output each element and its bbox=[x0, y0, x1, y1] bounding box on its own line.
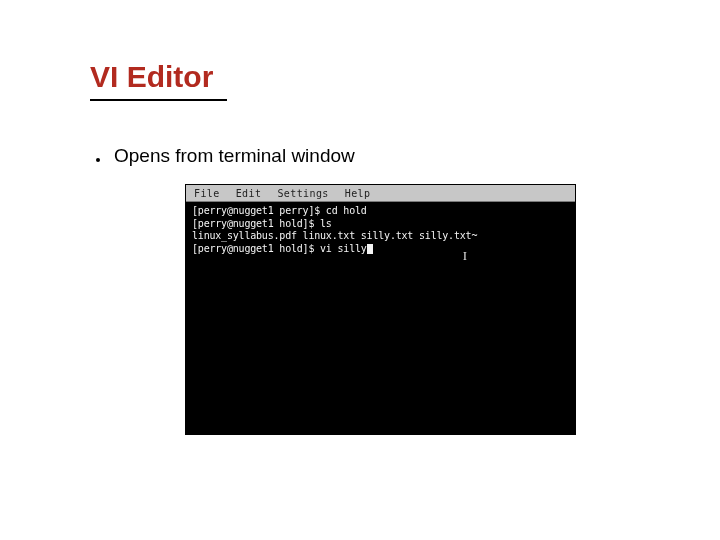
terminal-line: [perry@nugget1 perry]$ cd hold bbox=[192, 205, 569, 218]
cursor-icon bbox=[367, 244, 373, 254]
slide: VI Editor Opens from terminal window Fil… bbox=[0, 0, 720, 540]
bullet-item: Opens from terminal window bbox=[96, 145, 355, 167]
terminal-body[interactable]: [perry@nugget1 perry]$ cd hold [perry@nu… bbox=[186, 202, 575, 258]
ibeam-cursor-icon: I bbox=[463, 250, 467, 263]
terminal-line: [perry@nugget1 hold]$ vi silly bbox=[192, 243, 569, 256]
terminal-prompt-text: [perry@nugget1 hold]$ vi silly bbox=[192, 243, 367, 254]
title-underline bbox=[90, 99, 227, 101]
terminal-window: File Edit Settings Help [perry@nugget1 p… bbox=[185, 184, 576, 435]
terminal-menubar: File Edit Settings Help bbox=[186, 185, 575, 202]
menu-file[interactable]: File bbox=[194, 188, 220, 199]
slide-title: VI Editor bbox=[90, 60, 213, 94]
terminal-line: [perry@nugget1 hold]$ ls bbox=[192, 218, 569, 231]
menu-settings[interactable]: Settings bbox=[277, 188, 328, 199]
menu-edit[interactable]: Edit bbox=[236, 188, 262, 199]
bullet-dot-icon bbox=[96, 158, 100, 162]
bullet-text: Opens from terminal window bbox=[114, 145, 355, 167]
menu-help[interactable]: Help bbox=[345, 188, 371, 199]
terminal-line: linux_syllabus.pdf linux.txt silly.txt s… bbox=[192, 230, 569, 243]
